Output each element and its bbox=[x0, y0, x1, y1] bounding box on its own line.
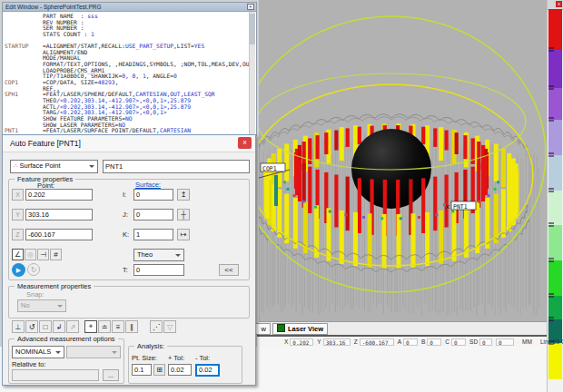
colorbar-scale bbox=[548, 9, 562, 379]
j-input[interactable]: 0 bbox=[133, 209, 173, 220]
tool-icon[interactable]: ∠ bbox=[12, 249, 24, 260]
graphics-view[interactable]: COP1PNT1 bbox=[259, 0, 548, 321]
vector-flip-icon[interactable]: ↦ bbox=[177, 229, 190, 240]
colorbar-segment bbox=[548, 343, 562, 379]
snap-dropdown[interactable]: No bbox=[17, 299, 66, 312]
measure-tools-row-a: ⊥↺□↲⇗ bbox=[12, 320, 79, 333]
status-field: X0.202 bbox=[284, 338, 313, 346]
z-coordinate-input[interactable]: -600.167 bbox=[25, 229, 93, 240]
edit-window-title: Edit Window - SpherePointTest.PRG bbox=[5, 4, 102, 10]
browse-button[interactable]: ... bbox=[103, 369, 119, 381]
feature-name-input[interactable]: PNT1 bbox=[103, 160, 250, 173]
status-field: C0 bbox=[445, 338, 466, 346]
deviation-colorbar: x bbox=[547, 0, 563, 392]
surface-point-icon: ∴ bbox=[14, 162, 17, 169]
tool-icon[interactable]: □ bbox=[39, 320, 52, 333]
code-line: ALIGNMENT/END bbox=[5, 50, 249, 56]
pt-size-input[interactable]: 0.1 bbox=[132, 364, 152, 376]
status-field: Z-600.167 bbox=[354, 338, 394, 346]
theo-mode-dropdown[interactable]: Theo bbox=[133, 249, 184, 261]
tool-icon[interactable]: ≐ bbox=[98, 320, 111, 333]
chevron-down-icon bbox=[175, 254, 181, 257]
collapse-button[interactable]: << bbox=[219, 264, 239, 276]
k-label: K: bbox=[123, 230, 129, 239]
dialog-title: Auto Feature [PNT1] bbox=[10, 139, 81, 148]
chevron-down-icon bbox=[55, 351, 61, 354]
pt-size-grid-icon[interactable]: ⊞ bbox=[153, 364, 165, 376]
status-field: A0 bbox=[398, 338, 418, 346]
colorbar-tick bbox=[548, 222, 554, 224]
pnt1-label: PNT1 bbox=[453, 203, 468, 211]
colorbar-segment bbox=[548, 88, 562, 120]
left-filler bbox=[0, 386, 257, 392]
edit-window-menu-button[interactable]: ▪ bbox=[247, 4, 254, 10]
code-line: SHOW FEATURE PARAMETERS=NO bbox=[5, 116, 249, 122]
code-area[interactable]: PART NAME : sssREV NUMBER :SER NUMBER :S… bbox=[5, 14, 249, 135]
tool-icon[interactable]: ⋰ bbox=[150, 320, 163, 333]
plus-tol-input[interactable]: 0.02 bbox=[168, 364, 192, 376]
code-line: PART NAME : sss bbox=[5, 14, 249, 20]
edit-window-scrollbar[interactable] bbox=[249, 12, 255, 134]
colorbar-close-icon[interactable]: x bbox=[556, 1, 562, 7]
laser-view-icon bbox=[277, 324, 285, 332]
measurement-properties-legend: Measurement properties bbox=[15, 282, 94, 290]
colorbar-segment bbox=[548, 260, 562, 296]
code-line: STATS COUNT : 1 bbox=[5, 32, 249, 38]
t-input[interactable]: 0 bbox=[133, 264, 184, 276]
nominals-dropdown[interactable]: NOMINALS bbox=[12, 346, 64, 358]
analysis-legend: Analysis: bbox=[134, 342, 167, 350]
colorbar-tick bbox=[548, 293, 554, 295]
code-line: FORMAT/TEXT,OPTIONS, ,HEADINGS,SYMBOLS, … bbox=[5, 62, 249, 68]
colorbar-tick bbox=[548, 258, 554, 260]
edit-window-titlebar[interactable]: Edit Window - SpherePointTest.PRG ▪ bbox=[3, 3, 256, 12]
y-coordinate-input[interactable]: 303.16 bbox=[25, 209, 93, 220]
k-input[interactable]: 1 bbox=[133, 229, 173, 240]
tool-icon[interactable]: ◎ bbox=[25, 249, 36, 260]
scene-canvas[interactable]: COP1PNT1 bbox=[259, 0, 548, 321]
test-play-button[interactable]: ▶ bbox=[12, 263, 25, 277]
regenerate-button[interactable]: ↻ bbox=[27, 263, 40, 276]
colorbar-tick bbox=[548, 319, 554, 321]
relative-to-label: Relative to: bbox=[12, 360, 46, 368]
tool-icon[interactable]: ⊣ bbox=[37, 249, 49, 260]
close-icon[interactable]: x bbox=[238, 137, 252, 149]
relative-to-input[interactable] bbox=[12, 369, 99, 381]
tool-icon[interactable]: ⊥ bbox=[12, 320, 25, 333]
tool-icon[interactable]: ▽ bbox=[163, 320, 176, 333]
j-label: J: bbox=[123, 211, 128, 219]
minus-tol-input[interactable]: 0.02 bbox=[195, 364, 220, 377]
chevron-down-icon bbox=[89, 165, 94, 168]
auto-feature-dialog: Auto Feature [PNT1] x ∴Surface Point PNT… bbox=[2, 134, 256, 386]
tab-laser-view[interactable]: Laser View bbox=[272, 323, 328, 335]
dialog-titlebar[interactable]: Auto Feature [PNT1] x bbox=[3, 135, 255, 152]
tool-icon[interactable]: ⌖ bbox=[84, 320, 97, 333]
surface-normal-icon[interactable]: ↥ bbox=[177, 189, 190, 201]
y-axis-button[interactable]: Y bbox=[12, 209, 24, 220]
tool-icon[interactable]: ∥ bbox=[125, 320, 138, 333]
z-axis-button[interactable]: Z bbox=[12, 229, 24, 240]
crosshair-icon[interactable]: ┼ bbox=[177, 209, 190, 220]
application-window: Edit Window - SpherePointTest.PRG ▪ PART… bbox=[0, 0, 563, 392]
code-line: TIP/T1A0B0C0, SHANKIJK=0, 0, 1, ANGLE=0 bbox=[5, 74, 249, 80]
point-tools-row: ∠◎⊣# bbox=[12, 249, 62, 260]
code-line: PNT1=FEAT/LASER/SURFACE POINT/DEFAULT,CA… bbox=[5, 128, 249, 134]
colorbar-segment bbox=[548, 9, 562, 50]
tool-icon[interactable]: # bbox=[50, 249, 62, 260]
tool-icon[interactable]: ⇗ bbox=[66, 320, 79, 333]
x-coordinate-input[interactable]: 0.202 bbox=[25, 189, 93, 201]
status-field: B0 bbox=[421, 338, 441, 346]
surface-link[interactable]: Surface: bbox=[135, 181, 161, 189]
feature-type-dropdown[interactable]: ∴Surface Point bbox=[10, 160, 98, 173]
secondary-dropdown[interactable] bbox=[66, 346, 121, 358]
colorbar-segment bbox=[548, 191, 562, 225]
tool-icon[interactable]: ↲ bbox=[53, 320, 65, 333]
advanced-options-legend: Advanced measurement options bbox=[15, 335, 118, 343]
colorbar-tick bbox=[548, 188, 554, 190]
tool-icon[interactable]: ≡ bbox=[112, 320, 124, 333]
i-input[interactable]: 0 bbox=[133, 189, 173, 201]
x-axis-button[interactable]: X bbox=[12, 189, 24, 201]
colorbar-tick bbox=[548, 152, 554, 154]
tool-icon[interactable]: ↺ bbox=[25, 320, 38, 333]
status-field: Y303.16 bbox=[317, 338, 350, 346]
scrollbar-thumb[interactable] bbox=[250, 14, 255, 44]
